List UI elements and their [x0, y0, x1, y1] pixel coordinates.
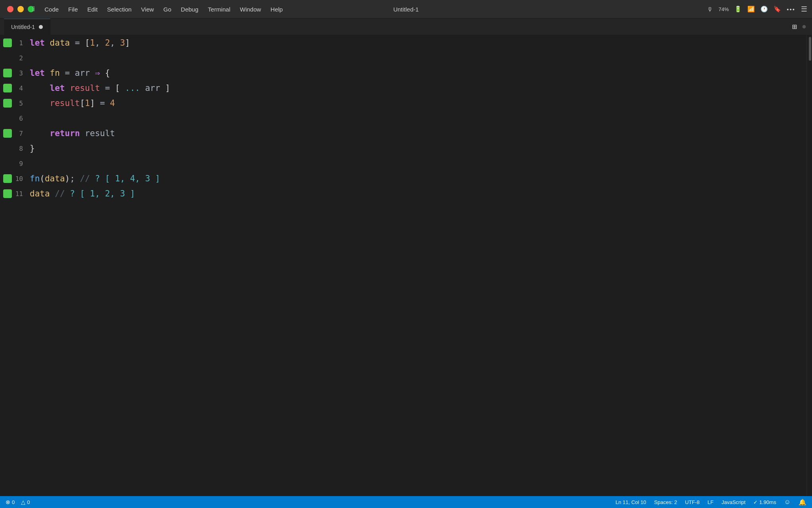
statusbar-right: Ln 11, Col 10 Spaces: 2 UTF-8 LF JavaScr…	[616, 498, 812, 506]
warning-count: 0	[27, 499, 30, 505]
language-indicator[interactable]: JavaScript	[722, 499, 746, 505]
list-icon[interactable]: ☰	[801, 5, 807, 13]
errors-indicator[interactable]: ⊗ 0	[6, 499, 15, 505]
selection-menu[interactable]: Selection	[102, 0, 136, 19]
gutter-row-3: 3	[0, 65, 22, 81]
tabbar: Untitled-1 ⊞ ●	[0, 19, 812, 35]
line-ending-indicator[interactable]: LF	[708, 499, 714, 505]
gutter-row-1: 1	[0, 35, 22, 50]
gutter-row-8: 8	[0, 141, 22, 156]
spaces-indicator[interactable]: Spaces: 2	[654, 499, 677, 505]
gutter-row-6: 6	[0, 111, 22, 126]
breakpoint-3[interactable]	[3, 69, 12, 77]
gutter-row-11: 11	[0, 186, 22, 201]
breakpoint-9	[3, 159, 12, 168]
code-line-6	[30, 111, 806, 126]
line-number-6: 6	[12, 115, 23, 122]
close-button[interactable]	[7, 6, 13, 12]
gutter-row-2: 2	[0, 50, 22, 65]
code-menu[interactable]: Code	[40, 0, 63, 19]
line-number-8: 8	[12, 145, 23, 152]
encoding-indicator[interactable]: UTF-8	[685, 499, 700, 505]
code-line-11: data // ? [ 1, 2, 3 ]	[30, 186, 806, 201]
tab-label: Untitled-1	[11, 24, 35, 30]
window-title: Untitled-1	[393, 6, 419, 13]
breakpoint-6	[3, 114, 12, 123]
line-number-3: 3	[12, 69, 23, 77]
help-menu[interactable]: Help	[266, 0, 287, 19]
code-area[interactable]: let data = [ 1 , 2 , 3 ] let fn = arr ⇒ …	[22, 35, 806, 496]
breakpoint-8	[3, 144, 12, 153]
statusbar: ⊗ 0 △ 0 Ln 11, Col 10 Spaces: 2 UTF-8 LF…	[0, 496, 812, 508]
code-line-10: fn ( data ) ; // ? [ 1, 4, 3 ]	[30, 171, 806, 186]
breakpoint-7[interactable]	[3, 129, 12, 138]
var-data-1: data	[50, 38, 70, 48]
code-line-7: return result	[30, 126, 806, 141]
line-number-4: 4	[12, 85, 23, 92]
breakpoint-1[interactable]	[3, 38, 12, 47]
kw-let-1: let	[30, 38, 45, 48]
menu-bar:  Code File Edit Selection View Go Debug…	[28, 0, 287, 19]
debug-menu[interactable]: Debug	[176, 0, 203, 19]
line-number-7: 7	[12, 130, 23, 137]
circle-icon: ●	[802, 22, 806, 31]
tab-untitled[interactable]: Untitled-1	[4, 19, 50, 35]
battery-percent: 74%	[718, 6, 729, 12]
ext1-icon: 🔖	[774, 6, 781, 13]
breakpoint-10[interactable]	[3, 174, 12, 183]
go-menu[interactable]: Go	[159, 0, 176, 19]
window-menu[interactable]: Window	[235, 0, 266, 19]
code-line-2	[30, 50, 806, 65]
error-icon: ⊗	[6, 499, 10, 505]
file-menu[interactable]: File	[63, 0, 82, 19]
code-line-8: }	[30, 141, 806, 156]
edit-menu[interactable]: Edit	[82, 0, 102, 19]
line-number-11: 11	[12, 190, 23, 198]
minimize-button[interactable]	[17, 6, 24, 12]
code-line-9	[30, 156, 806, 171]
breakpoint-5[interactable]	[3, 99, 12, 108]
line-number-9: 9	[12, 160, 23, 167]
smiley-icon[interactable]: ☺	[784, 498, 791, 506]
code-line-3: let fn = arr ⇒ {	[30, 65, 806, 81]
error-count: 0	[12, 499, 15, 505]
gutter-row-10: 10	[0, 171, 22, 186]
network-icon: 📶	[747, 6, 755, 13]
code-line-5: result [ 1 ] = 4	[30, 96, 806, 111]
gutter-row-4: 4	[0, 81, 22, 96]
terminal-menu[interactable]: Terminal	[203, 0, 235, 19]
gutter-row-9: 9	[0, 156, 22, 171]
warning-icon: △	[21, 499, 25, 505]
line-gutter: 1 2 3 4 5 6 7	[0, 35, 22, 496]
warnings-indicator[interactable]: △ 0	[21, 499, 30, 505]
statusbar-left: ⊗ 0 △ 0	[0, 499, 30, 505]
clock-icon: 🕐	[760, 6, 768, 13]
titlebar-right: 🎙 74% 🔋 📶 🕐 🔖 ••• ☰	[707, 5, 807, 13]
line-number-2: 2	[12, 54, 23, 62]
line-number-1: 1	[12, 39, 23, 47]
bell-icon[interactable]: 🔔	[799, 498, 806, 506]
timing-indicator[interactable]: ✓ 1.90ms	[753, 499, 776, 505]
tab-unsaved-dot	[39, 25, 43, 29]
split-editor-icon[interactable]: ⊞	[792, 22, 797, 32]
gutter-row-7: 7	[0, 126, 22, 141]
editor-container: 1 2 3 4 5 6 7	[0, 35, 812, 496]
view-menu[interactable]: View	[136, 0, 159, 19]
battery-icon: 🔋	[734, 6, 742, 13]
breakpoint-11[interactable]	[3, 189, 12, 198]
code-line-4: let result = [ ... arr ]	[30, 81, 806, 96]
titlebar:  Code File Edit Selection View Go Debug…	[0, 0, 812, 19]
scrollbar[interactable]	[806, 35, 812, 496]
cursor-position[interactable]: Ln 11, Col 10	[616, 499, 646, 505]
line-number-5: 5	[12, 100, 23, 107]
more-icon[interactable]: •••	[787, 6, 795, 13]
breakpoint-2	[3, 54, 12, 62]
breakpoint-4[interactable]	[3, 84, 12, 92]
line-number-10: 10	[12, 175, 23, 183]
gutter-row-5: 5	[0, 96, 22, 111]
code-line-1: let data = [ 1 , 2 , 3 ]	[30, 35, 806, 50]
apple-menu[interactable]: 	[28, 0, 40, 19]
voice-icon: 🎙	[707, 6, 713, 13]
